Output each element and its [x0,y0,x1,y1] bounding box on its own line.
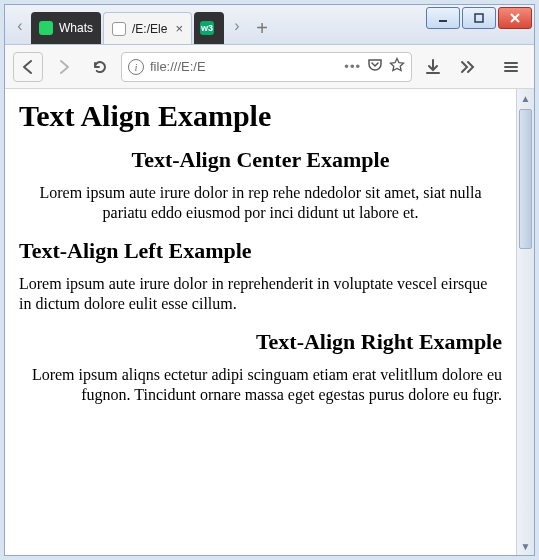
tab-whatsapp[interactable]: Whats [31,12,101,44]
tab-label: /E:/Ele [132,22,167,36]
site-info-icon[interactable]: i [128,59,144,75]
address-bar[interactable]: i file:///E:/E ••• [121,52,412,82]
svg-rect-1 [475,14,483,22]
menu-button[interactable] [496,52,526,82]
close-icon[interactable]: × [175,21,183,36]
minimize-button[interactable] [426,7,460,29]
downloads-button[interactable] [418,52,448,82]
forward-arrow-icon [55,58,73,76]
window-controls [426,5,534,44]
file-icon [112,22,126,36]
paragraph-right: Lorem ipsum aliqns ectetur adipi scingua… [19,365,502,406]
forward-button[interactable] [49,52,79,82]
overflow-button[interactable] [452,52,482,82]
minimize-icon [437,12,449,24]
scroll-up-arrow-icon[interactable]: ▲ [517,89,534,107]
maximize-icon [473,12,485,24]
scroll-down-arrow-icon[interactable]: ▼ [517,537,534,555]
tab-scroll-right[interactable]: › [226,8,248,44]
maximize-button[interactable] [462,7,496,29]
tab-file-active[interactable]: /E:/Ele × [103,12,192,44]
bookmark-star-icon[interactable] [389,57,405,76]
whatsapp-icon [39,21,53,35]
hamburger-icon [502,58,520,76]
tab-strip: ‹ Whats /E:/Ele × w3 › + [5,5,426,44]
nav-toolbar: i file:///E:/E ••• [5,45,534,89]
viewport: Text Align Example Text-Align Center Exa… [5,89,534,555]
browser-window: ‹ Whats /E:/Ele × w3 › + [4,4,535,556]
tab-scroll-left[interactable]: ‹ [9,8,31,44]
heading-right: Text-Align Right Example [19,329,502,355]
new-tab-button[interactable]: + [248,12,276,44]
tab-w3schools[interactable]: w3 [194,12,224,44]
paragraph-left: Lorem ipsum aute irure dolor in reprehen… [19,274,502,315]
back-arrow-icon [19,58,37,76]
reload-icon [91,58,109,76]
paragraph-center: Lorem ipsum aute irure dolor in rep rehe… [19,183,502,224]
page-title: Text Align Example [19,99,502,133]
titlebar: ‹ Whats /E:/Ele × w3 › + [5,5,534,45]
w3-icon: w3 [200,21,214,35]
reload-button[interactable] [85,52,115,82]
window-close-button[interactable] [498,7,532,29]
chevrons-right-icon [458,58,476,76]
pocket-icon[interactable] [367,57,383,76]
back-button[interactable] [13,52,43,82]
url-text: file:///E:/E [150,59,338,74]
heading-left: Text-Align Left Example [19,238,502,264]
vertical-scrollbar[interactable]: ▲ ▼ [516,89,534,555]
heading-center: Text-Align Center Example [19,147,502,173]
close-icon [509,12,521,24]
page-actions-button[interactable]: ••• [344,59,361,74]
tab-label: Whats [59,21,93,35]
toolbar-right [418,52,526,82]
scroll-thumb[interactable] [519,109,532,249]
download-icon [424,58,442,76]
page-content: Text Align Example Text-Align Center Exa… [5,89,516,555]
